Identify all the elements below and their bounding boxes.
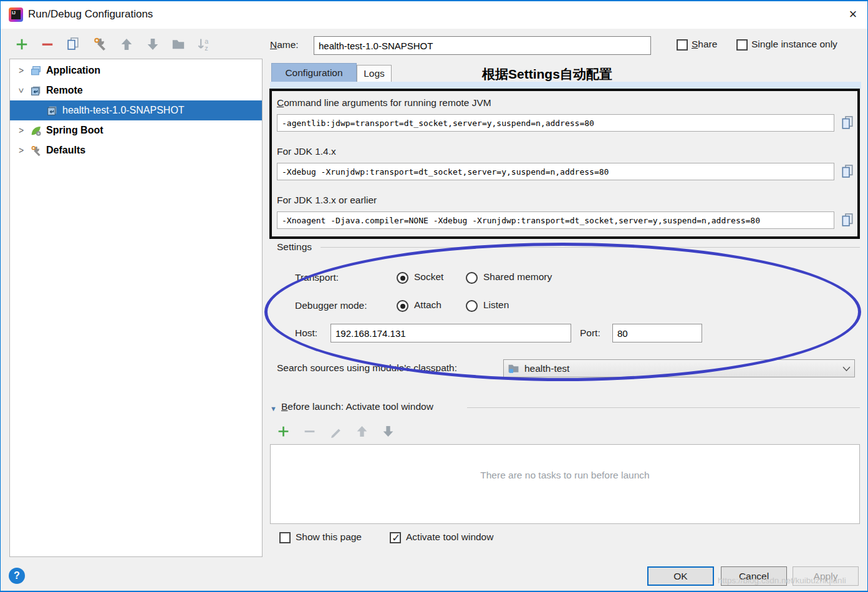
before-launch-label: Before launch: Activate tool window bbox=[281, 401, 433, 412]
transport-label: Transport: bbox=[295, 272, 339, 283]
activate-tool-window-label: Activate tool window bbox=[406, 531, 493, 543]
jdk13-label: For JDK 1.3.x or earlier bbox=[277, 195, 377, 206]
port-input[interactable]: 80 bbox=[612, 324, 702, 342]
settings-group-line bbox=[321, 247, 860, 248]
debugger-listen-label: Listen bbox=[483, 299, 509, 311]
tree-item-application[interactable]: > Application bbox=[10, 61, 262, 80]
copy-icon bbox=[840, 171, 855, 182]
wrench-icon bbox=[30, 145, 42, 157]
chevron-right-icon[interactable]: > bbox=[16, 66, 26, 75]
intellij-logo-icon: IJ bbox=[9, 7, 23, 22]
tab-configuration[interactable]: Configuration bbox=[271, 63, 357, 82]
command-line-input[interactable]: -agentlib:jdwp=transport=dt_socket,serve… bbox=[277, 114, 834, 132]
command-line-label: Command line arguments for running remot… bbox=[277, 97, 491, 109]
module-icon bbox=[508, 362, 519, 374]
debugger-listen-radio[interactable] bbox=[466, 300, 478, 312]
close-button[interactable]: × bbox=[841, 5, 865, 24]
debugger-mode-label: Debugger mode: bbox=[295, 300, 367, 311]
close-icon: × bbox=[849, 6, 857, 22]
classpath-label: Search sources using module's classpath: bbox=[277, 362, 457, 374]
port-label: Port: bbox=[580, 328, 600, 339]
add-button[interactable] bbox=[14, 36, 30, 52]
tree-item-label: Application bbox=[46, 65, 100, 76]
window-title: Run/Debug Configurations bbox=[28, 8, 153, 21]
move-down-button[interactable] bbox=[145, 36, 161, 52]
edit-defaults-button[interactable] bbox=[92, 36, 108, 52]
copy-icon bbox=[840, 122, 855, 133]
cancel-button[interactable]: Cancel bbox=[721, 566, 787, 586]
debugger-attach-label: Attach bbox=[414, 299, 441, 311]
wrench-icon bbox=[92, 36, 107, 51]
arrow-up-icon bbox=[355, 425, 369, 438]
copy-configuration-button[interactable] bbox=[65, 36, 81, 52]
remove-icon bbox=[41, 37, 54, 51]
tab-logs[interactable]: Logs bbox=[357, 65, 392, 82]
tree-item-defaults[interactable]: > Defaults bbox=[10, 140, 262, 160]
tree-item-label: Defaults bbox=[46, 145, 85, 156]
copy-icon bbox=[840, 220, 855, 230]
before-launch-move-down-button[interactable] bbox=[380, 423, 396, 439]
sort-configurations-button[interactable]: az bbox=[196, 36, 212, 52]
arrow-down-icon bbox=[146, 37, 160, 51]
before-launch-task-list: There are no tasks to run before launch bbox=[270, 444, 860, 524]
chevron-down-icon bbox=[842, 363, 851, 374]
settings-group-label: Settings bbox=[277, 241, 312, 253]
collapse-triangle-icon[interactable]: ▼ bbox=[270, 405, 277, 412]
jdk14-input[interactable]: -Xdebug -Xrunjdwp:transport=dt_socket,se… bbox=[277, 163, 834, 180]
folder-icon bbox=[171, 37, 185, 51]
before-launch-line bbox=[467, 407, 860, 408]
tree-item-label: Spring Boot bbox=[46, 125, 104, 136]
tab-annotation-note: 根据Settings自动配置 bbox=[482, 66, 612, 83]
tree-item-remote[interactable]: > Remote bbox=[10, 80, 262, 100]
before-launch-add-button[interactable] bbox=[275, 423, 291, 439]
transport-socket-label: Socket bbox=[414, 271, 443, 283]
apply-button[interactable]: Apply bbox=[793, 566, 859, 586]
tree-item-label: health-test-1.0-SNAPSHOT bbox=[62, 105, 185, 116]
transport-socket-radio[interactable] bbox=[397, 272, 408, 284]
arrow-up-icon bbox=[120, 37, 133, 51]
before-launch-remove-button[interactable] bbox=[301, 423, 317, 439]
empty-task-text: There are no tasks to run before launch bbox=[271, 470, 859, 481]
move-up-button[interactable] bbox=[118, 36, 135, 52]
debugger-attach-radio[interactable] bbox=[397, 300, 408, 312]
configurations-tree: > Application > Remote health-test-1.0-S… bbox=[9, 59, 263, 557]
name-label: Name: bbox=[270, 39, 299, 51]
tree-item-spring-boot[interactable]: > Spring Boot bbox=[10, 120, 262, 140]
single-instance-checkbox[interactable]: ✓ bbox=[736, 39, 748, 51]
run-debug-configurations-dialog: IJ Run/Debug Configurations × az > Appli… bbox=[0, 0, 868, 592]
activate-tool-window-checkbox[interactable]: ✓ bbox=[390, 532, 401, 543]
pencil-icon bbox=[329, 425, 342, 438]
copy-to-clipboard-button[interactable] bbox=[840, 212, 855, 228]
add-icon bbox=[277, 425, 290, 438]
ok-button[interactable]: OK bbox=[647, 566, 714, 586]
remove-button[interactable] bbox=[39, 36, 55, 52]
copy-to-clipboard-button[interactable] bbox=[840, 115, 855, 131]
jdk13-input[interactable]: -Xnoagent -Djava.compiler=NONE -Xdebug -… bbox=[277, 211, 834, 229]
titlebar: IJ Run/Debug Configurations × bbox=[1, 1, 867, 29]
before-launch-move-up-button[interactable] bbox=[354, 423, 370, 439]
arrow-down-icon bbox=[382, 425, 395, 438]
before-launch-edit-button[interactable] bbox=[327, 423, 344, 439]
host-input[interactable]: 192.168.174.131 bbox=[330, 324, 571, 342]
tree-item-label: Remote bbox=[46, 85, 83, 96]
chevron-expanded-icon[interactable]: > bbox=[16, 85, 26, 95]
show-this-page-checkbox[interactable]: ✓ bbox=[279, 532, 291, 543]
single-instance-label: Single instance only bbox=[751, 39, 837, 50]
classpath-value: health-test bbox=[524, 363, 569, 374]
create-folder-button[interactable] bbox=[170, 36, 186, 52]
classpath-module-combobox[interactable]: health-test bbox=[503, 359, 855, 377]
share-checkbox[interactable]: ✓ bbox=[677, 39, 688, 51]
transport-shared-memory-radio[interactable] bbox=[466, 272, 478, 284]
copy-to-clipboard-button[interactable] bbox=[840, 163, 855, 180]
tree-item-health-test[interactable]: health-test-1.0-SNAPSHOT bbox=[10, 100, 262, 120]
spring-boot-icon bbox=[30, 125, 42, 137]
add-icon bbox=[15, 37, 29, 51]
chevron-right-icon[interactable]: > bbox=[16, 125, 26, 135]
share-label: Share bbox=[692, 39, 717, 50]
name-input[interactable]: health-test-1.0-SNAPSHOT bbox=[314, 36, 651, 55]
remote-config-icon bbox=[30, 85, 42, 97]
chevron-right-icon[interactable]: > bbox=[16, 145, 26, 155]
remote-config-icon bbox=[46, 105, 58, 117]
help-button[interactable]: ? bbox=[9, 568, 25, 584]
copy-icon bbox=[65, 36, 80, 51]
